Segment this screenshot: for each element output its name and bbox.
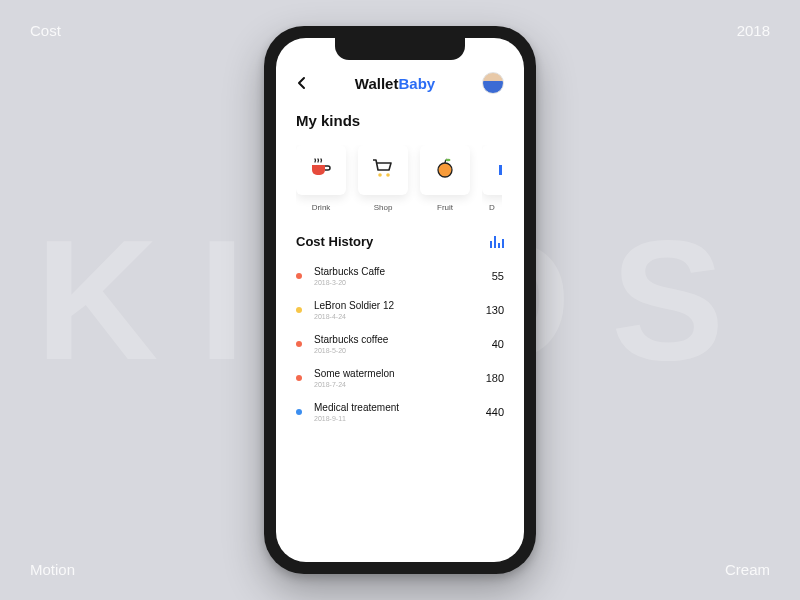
category-dot (296, 307, 302, 313)
fruit-icon (432, 155, 458, 185)
my-kinds-title: My kinds (296, 112, 504, 129)
corner-label-br: Cream (725, 561, 770, 578)
history-amount: 130 (486, 304, 504, 316)
kind-label: D (482, 203, 502, 212)
kind-label: Drink (296, 203, 346, 212)
history-item[interactable]: LeBron Soldier 12 2018-4-24 130 (296, 293, 504, 327)
history-amount: 440 (486, 406, 504, 418)
kind-drink[interactable]: Drink (296, 145, 346, 212)
app-title-a: Wallet (355, 75, 399, 92)
cup-icon (308, 155, 334, 185)
cost-history-title: Cost History (296, 234, 373, 249)
category-dot (296, 409, 302, 415)
svg-point-3 (446, 159, 451, 162)
corner-label-bl: Motion (30, 561, 75, 578)
history-item[interactable]: Some watermelon 2018-7-24 180 (296, 361, 504, 395)
history-date: 2018-5-20 (314, 347, 492, 354)
kind-label: Fruit (420, 203, 470, 212)
chart-icon[interactable] (490, 236, 504, 248)
back-icon[interactable] (296, 76, 308, 90)
history-amount: 40 (492, 338, 504, 350)
history-name: Some watermelon (314, 368, 486, 379)
history-item[interactable]: Medical treatement 2018-9-11 440 (296, 395, 504, 429)
history-name: Starbucks Caffe (314, 266, 492, 277)
category-dot (296, 375, 302, 381)
history-date: 2018-3-20 (314, 279, 492, 286)
avatar[interactable] (482, 72, 504, 94)
history-date: 2018-9-11 (314, 415, 486, 422)
app-title-b: Baby (398, 75, 435, 92)
history-date: 2018-7-24 (314, 381, 486, 388)
history-name: Medical treatement (314, 402, 486, 413)
phone-screen: WalletBaby My kinds Drink (276, 38, 524, 562)
history-list: Starbucks Caffe 2018-3-20 55 LeBron Sold… (296, 259, 504, 429)
kind-shop[interactable]: Shop (358, 145, 408, 212)
kind-fruit[interactable]: Fruit (420, 145, 470, 212)
corner-label-tl: Cost (30, 22, 61, 39)
corner-label-tr: 2018 (737, 22, 770, 39)
history-amount: 180 (486, 372, 504, 384)
history-name: LeBron Soldier 12 (314, 300, 486, 311)
history-name: Starbucks coffee (314, 334, 492, 345)
history-amount: 55 (492, 270, 504, 282)
cart-icon (370, 155, 396, 185)
svg-point-1 (386, 173, 390, 177)
kind-partial[interactable]: D (482, 145, 502, 212)
category-dot (296, 341, 302, 347)
kind-label: Shop (358, 203, 408, 212)
phone-notch (335, 38, 465, 60)
phone-frame: WalletBaby My kinds Drink (264, 26, 536, 574)
category-dot (296, 273, 302, 279)
history-item[interactable]: Starbucks coffee 2018-5-20 40 (296, 327, 504, 361)
top-bar: WalletBaby (296, 72, 504, 94)
history-item[interactable]: Starbucks Caffe 2018-3-20 55 (296, 259, 504, 293)
kinds-row[interactable]: Drink Shop Fruit (296, 145, 504, 212)
svg-point-2 (438, 163, 452, 177)
app-title: WalletBaby (355, 75, 435, 92)
generic-icon (494, 155, 502, 185)
history-date: 2018-4-24 (314, 313, 486, 320)
svg-point-0 (378, 173, 382, 177)
